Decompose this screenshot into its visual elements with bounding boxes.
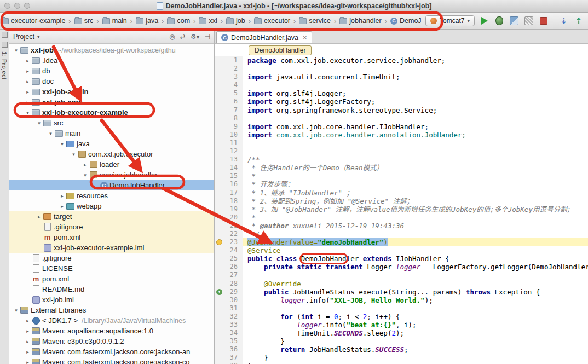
tree-item-xxl-job-executor-example-iml[interactable]: xxl-job-executor-example.iml <box>9 242 214 253</box>
tree-item-maven-c3p0-c3p0-0-9-1-2[interactable]: ▸Maven: c3p0:c3p0:0.9.1.2 <box>9 336 214 346</box>
hide-panel-icon[interactable]: ⊣ <box>205 33 210 41</box>
code-line-5[interactable]: 5import org.slf4j.Logger; <box>215 89 588 97</box>
settings-gear-icon[interactable]: ⚙▾ <box>191 33 200 41</box>
intention-bulb-icon[interactable] <box>216 239 222 245</box>
code-line-3[interactable]: 3import java.util.concurrent.TimeUnit; <box>215 73 588 81</box>
tree-item-resources[interactable]: ▸resources <box>9 190 214 201</box>
tree-item-gitignore[interactable]: .gitignore <box>9 253 214 263</box>
code-line-36[interactable]: 36 return JobHandleStatus.SUCCESS; <box>215 345 588 354</box>
chevron-expanded-icon[interactable]: ▾ <box>70 152 77 157</box>
breadcrumb-item-main[interactable]: main <box>101 16 128 26</box>
tool-window-icon-2[interactable] <box>2 42 8 48</box>
tree-item-service-jobhandler[interactable]: ▾service.jobhandler <box>9 170 214 180</box>
code-line-37[interactable]: 37 } <box>215 354 588 362</box>
chevron-expanded-icon[interactable]: ▾ <box>13 48 20 53</box>
code-line-2[interactable]: 2 <box>215 65 588 73</box>
breadcrumb-item-jobhandler[interactable]: jobhandler <box>338 16 382 26</box>
debug-button[interactable] <box>494 16 504 26</box>
breadcrumb-item-src[interactable]: src <box>73 16 95 26</box>
code-line-11[interactable]: 11 <box>215 139 588 147</box>
tree-item-doc[interactable]: ▸doc <box>9 76 214 86</box>
editor-tab[interactable]: C DemoJobHandler.java × <box>216 31 312 43</box>
chevron-collapsed-icon[interactable]: ▸ <box>24 89 31 95</box>
tree-item-pom-xml[interactable]: mpom.xml <box>9 274 214 284</box>
chevron-collapsed-icon[interactable]: ▸ <box>24 339 31 344</box>
tree-item-xxl-job-iml[interactable]: xxl-job.iml <box>9 294 214 305</box>
scroll-from-source-icon[interactable]: ⇄ <box>180 33 186 41</box>
tree-item-com-xxl-job-executor[interactable]: ▾com.xxl.job.executor <box>9 149 214 159</box>
tree-item-loader[interactable]: ▸loader <box>9 159 214 170</box>
code-line-31[interactable]: 31 <box>215 304 588 313</box>
code-line-15[interactable]: 15 * <box>215 172 588 180</box>
code-line-12[interactable]: 12 <box>215 147 588 155</box>
code-line-30[interactable]: 30 logger.info("XXL-JOB, Hello World."); <box>215 296 588 304</box>
run-configuration-selector[interactable]: Tomcat7 ▾ <box>425 15 475 26</box>
code-line-13[interactable]: 13/** <box>215 155 588 164</box>
chevron-collapsed-icon[interactable]: ▸ <box>24 100 31 105</box>
chevron-collapsed-icon[interactable]: ▸ <box>24 318 31 323</box>
code-line-9[interactable]: 9import com.xxl.job.core.handler.IJobHan… <box>215 123 588 131</box>
code-line-34[interactable]: 34 TimeUnit.SECONDS.sleep(2); <box>215 329 588 337</box>
code-line-8[interactable]: 8 <box>215 114 588 123</box>
tree-item-demojobhandler[interactable]: CDemoJobHandler <box>9 180 214 190</box>
tree-item-external-libraries[interactable]: ▾External Libraries <box>9 305 214 315</box>
code-line-23[interactable]: 23@JobHander(value="demoJobHandler") <box>215 238 588 246</box>
chevron-collapsed-icon[interactable]: ▸ <box>24 349 31 355</box>
chevron-collapsed-icon[interactable]: ▸ <box>24 79 31 84</box>
code-line-19[interactable]: 19 * 3、加 "@JobHander" 注解，注解value值为新增任务生成… <box>215 205 588 213</box>
code-line-28[interactable]: 28 @Override <box>215 280 588 288</box>
tree-item-jdk1-7[interactable]: ▸< JDK1.7 >/Library/Java/JavaVirtualMach… <box>9 315 214 326</box>
code-line-33[interactable]: 33 logger.info("beat at:{}", i); <box>215 321 588 329</box>
tree-item-gitignore[interactable]: .gitignore <box>9 222 214 232</box>
tree-item-target[interactable]: ▸target <box>9 211 214 222</box>
breadcrumb-item-xxl[interactable]: xxl <box>198 16 218 26</box>
tree-item-xxl-job-core[interactable]: ▸xxl-job-core <box>9 97 214 107</box>
override-method-icon[interactable]: ↑ <box>216 289 222 295</box>
code-line-38[interactable]: 38} <box>215 362 588 364</box>
chevron-collapsed-icon[interactable]: ▸ <box>82 162 89 167</box>
chevron-collapsed-icon[interactable]: ▸ <box>24 58 31 63</box>
tool-window-icon[interactable] <box>2 32 8 38</box>
chevron-expanded-icon[interactable]: ▾ <box>59 141 66 147</box>
breadcrumb-item-com[interactable]: com <box>166 16 191 26</box>
chevron-collapsed-icon[interactable]: ▸ <box>59 204 66 209</box>
tree-item-maven-com-fasterxml-jackson-core-jackson-an[interactable]: ▸Maven: com.fasterxml.jackson.core:jacks… <box>9 346 214 357</box>
code-line-25[interactable]: 25public class DemoJobHandler extends IJ… <box>215 255 588 263</box>
zoom-window-button[interactable] <box>24 3 30 9</box>
chevron-expanded-icon[interactable]: ▾ <box>13 308 20 313</box>
vcs-update-button[interactable]: ⇣ <box>559 16 569 26</box>
breadcrumb-item-executor-example[interactable]: executor-example <box>0 16 66 26</box>
tree-item-java[interactable]: ▾java <box>9 138 214 149</box>
code-line-24[interactable]: 24@Service <box>215 246 588 255</box>
code-line-22[interactable]: 22 */ <box>215 230 588 238</box>
code-line-32[interactable]: 32 for (int i = 0; i < 2; i++) { <box>215 313 588 321</box>
tree-item-xxl-job-admin[interactable]: ▸xxl-job-admin <box>9 86 214 97</box>
code-line-26[interactable]: 26 private static transient Logger logge… <box>215 263 588 271</box>
code-line-35[interactable]: 35 } <box>215 337 588 345</box>
code-line-10[interactable]: 10import com.xxl.job.core.handler.annota… <box>215 131 588 139</box>
code-line-1[interactable]: 1package com.xxl.job.executor.service.jo… <box>215 56 588 65</box>
chevron-collapsed-icon[interactable]: ▸ <box>24 360 31 364</box>
stop-button[interactable] <box>539 16 549 26</box>
code-line-18[interactable]: 18 * 2、装配到Spring，例如加 "@Service" 注解； <box>215 197 588 205</box>
breadcrumb-item-service[interactable]: service <box>298 16 332 26</box>
tree-item-readme-md[interactable]: README.md <box>9 284 214 294</box>
breadcrumb-item-executor[interactable]: executor <box>253 16 291 26</box>
tree-item-pom-xml[interactable]: mpom.xml <box>9 232 214 242</box>
chevron-collapsed-icon[interactable]: ▸ <box>24 68 31 74</box>
code-line-20[interactable]: 20 * <box>215 213 588 222</box>
code-line-29[interactable]: 29↑ public JobHandleStatus execute(Strin… <box>215 288 588 296</box>
tree-item-db[interactable]: ▸db <box>9 66 214 76</box>
tree-item-src[interactable]: ▾src <box>9 118 214 128</box>
coverage-button[interactable] <box>509 16 519 26</box>
chevron-collapsed-icon[interactable]: ▸ <box>24 328 31 334</box>
project-toolwindow-button[interactable]: 1: Project <box>1 51 8 79</box>
code-line-4[interactable]: 4 <box>215 81 588 89</box>
editor-breadcrumb[interactable]: DemoJobHandler <box>249 45 312 55</box>
tree-item-maven-aopalliance-aopalliance-1-0[interactable]: ▸Maven: aopalliance:aopalliance:1.0 <box>9 326 214 336</box>
tree-item-xxl-job[interactable]: ▾xxl-job~/workspaces/idea-git-workspace/… <box>9 45 214 55</box>
code-line-6[interactable]: 6import org.slf4j.LoggerFactory; <box>215 97 588 106</box>
tree-item-xxl-job-executor-example[interactable]: ▾xxl-job-executor-example <box>9 107 214 118</box>
tree-item-maven-com-fasterxml-jackson-core-jackson-co[interactable]: ▸Maven: com.fasterxml.jackson.core:jacks… <box>9 357 214 364</box>
chevron-expanded-icon[interactable]: ▾ <box>82 172 89 178</box>
